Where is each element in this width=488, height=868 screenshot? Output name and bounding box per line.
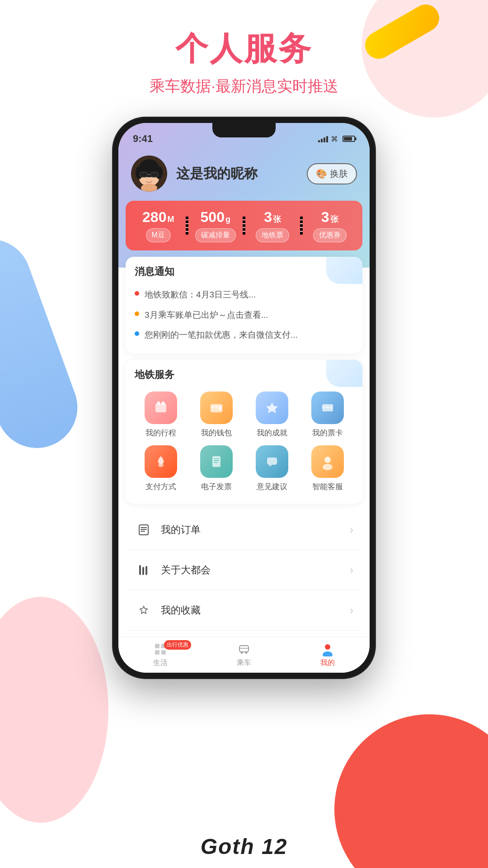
menu-favorites[interactable]: 我的收藏 › [126, 590, 362, 631]
page-title: 个人服务 [0, 27, 488, 71]
nav-ride[interactable]: 乘车 [202, 642, 286, 668]
svg-rect-40 [245, 652, 247, 654]
service-wallet-label: 我的钱包 [201, 428, 232, 438]
nav-mine[interactable]: 我的 [286, 642, 370, 668]
menu-favorites-chevron: › [350, 604, 353, 617]
stat-tickets-label: 地铁票 [256, 228, 289, 242]
service-invoice[interactable]: 电子发票 [190, 445, 242, 492]
svg-rect-7 [150, 172, 158, 177]
menu-orders-chevron: › [350, 524, 353, 536]
menu-about[interactable]: 关于大都会 › [126, 550, 362, 590]
svg-point-26 [323, 464, 333, 470]
svg-rect-29 [141, 529, 147, 530]
service-feedback-label: 意见建议 [257, 481, 287, 492]
service-wallet[interactable]: 我的钱包 [190, 392, 242, 438]
service-feedback-icon [256, 445, 288, 478]
service-trip-label: 我的行程 [145, 428, 176, 438]
service-achievement-icon [256, 392, 288, 424]
profile-section: 这是我的昵称 🎨 换肤 [118, 148, 370, 201]
notification-item-2[interactable]: 3月乘车账单已出炉～点击查看... [135, 305, 353, 326]
service-grid: 我的行程 我的钱包 我的成就 [135, 388, 353, 495]
service-achievement[interactable]: 我的成就 [246, 392, 298, 438]
svg-point-41 [325, 644, 330, 650]
svg-rect-20 [214, 458, 219, 459]
menu-favorites-icon [135, 601, 153, 619]
avatar-image [131, 156, 167, 192]
svg-rect-36 [155, 650, 160, 655]
svg-rect-17 [322, 406, 333, 408]
stats-bar: 280 M M豆 500 g 碳减排量 [126, 201, 362, 250]
svg-rect-23 [267, 458, 277, 465]
service-invoice-icon [200, 445, 233, 478]
stat-coupons-label: 优惠券 [313, 228, 347, 242]
svg-rect-34 [155, 644, 160, 648]
phone-notch [212, 123, 276, 137]
notification-item-1[interactable]: 地铁致歉信：4月3日三号线... [135, 285, 353, 305]
svg-rect-38 [239, 646, 249, 652]
bg-red-circle [334, 714, 488, 868]
bg-blue-shape [0, 228, 89, 460]
service-feedback[interactable]: 意见建议 [246, 445, 298, 492]
service-card-icon [311, 392, 344, 424]
svg-rect-28 [141, 527, 147, 528]
svg-rect-22 [214, 462, 217, 463]
screen-content: 9:41 ⌘ [118, 123, 370, 673]
service-customer-label: 智能客服 [312, 481, 343, 492]
menu-about-label: 关于大都会 [161, 563, 350, 577]
nav-life[interactable]: 出行优惠 生活 [118, 642, 202, 668]
svg-marker-15 [266, 402, 278, 413]
svg-rect-19 [212, 456, 221, 467]
service-wallet-icon [200, 392, 233, 424]
notifications-title: 消息通知 [135, 265, 353, 278]
metro-services-title: 地铁服务 [135, 368, 353, 382]
service-my-trip[interactable]: 我的行程 [135, 392, 187, 438]
service-invoice-label: 电子发票 [201, 481, 232, 492]
service-payment-icon [145, 445, 177, 478]
stat-m-beans[interactable]: 280 M M豆 [131, 209, 186, 242]
svg-rect-31 [139, 565, 141, 575]
nav-life-label: 生活 [153, 658, 168, 668]
svg-marker-24 [269, 465, 272, 467]
menu-orders-icon [135, 521, 153, 539]
bg-pink-bottom-circle [0, 597, 108, 823]
goth-label: Goth 12 [201, 834, 288, 859]
svg-rect-6 [140, 172, 148, 177]
stat-carbon[interactable]: 500 g 碳减排量 [188, 209, 243, 242]
notifications-card: 消息通知 地铁致歉信：4月3日三号线... 3月乘车账单已出炉～点击查看... … [126, 257, 362, 354]
svg-rect-9 [155, 403, 166, 412]
status-icons: ⌘ [318, 135, 355, 143]
card-decoration-2 [326, 360, 362, 387]
bottom-navigation: 出行优惠 生活 乘车 [118, 637, 370, 673]
nav-ride-icon [237, 642, 251, 656]
skin-change-button[interactable]: 🎨 换肤 [307, 163, 357, 184]
svg-rect-39 [241, 652, 243, 654]
notification-item-3[interactable]: 您刚刚的一笔扣款优惠，来自微信支付... [135, 325, 353, 345]
stat-carbon-label: 碳减排量 [195, 228, 236, 242]
signal-icon [318, 135, 328, 142]
notification-dot-red [135, 291, 139, 296]
nav-ride-label: 乘车 [237, 658, 251, 668]
svg-rect-21 [214, 460, 219, 461]
menu-orders-label: 我的订单 [161, 523, 350, 537]
avatar[interactable] [131, 156, 167, 192]
service-card[interactable]: 我的票卡 [301, 392, 353, 438]
stat-tickets[interactable]: 3 张 地铁票 [245, 209, 300, 242]
svg-rect-32 [142, 567, 144, 575]
stat-coupons[interactable]: 3 张 优惠券 [303, 209, 357, 242]
svg-point-14 [219, 407, 221, 410]
service-payment-label: 支付方式 [145, 481, 176, 492]
service-card-label: 我的票卡 [312, 428, 343, 438]
page-subtitle: 乘车数据·最新消息实时推送 [0, 76, 488, 97]
stat-m-beans-label: M豆 [146, 228, 171, 242]
service-customer[interactable]: 智能客服 [301, 445, 353, 492]
menu-about-chevron: › [350, 564, 353, 576]
svg-rect-33 [145, 566, 147, 575]
menu-orders[interactable]: 我的订单 › [126, 510, 362, 550]
wifi-icon: ⌘ [331, 135, 338, 143]
battery-icon [343, 136, 355, 142]
svg-rect-30 [141, 531, 145, 532]
service-achievement-label: 我的成就 [257, 428, 287, 438]
service-payment[interactable]: 支付方式 [135, 445, 187, 492]
menu-favorites-label: 我的收藏 [161, 604, 350, 617]
notification-dot-blue [135, 331, 139, 336]
